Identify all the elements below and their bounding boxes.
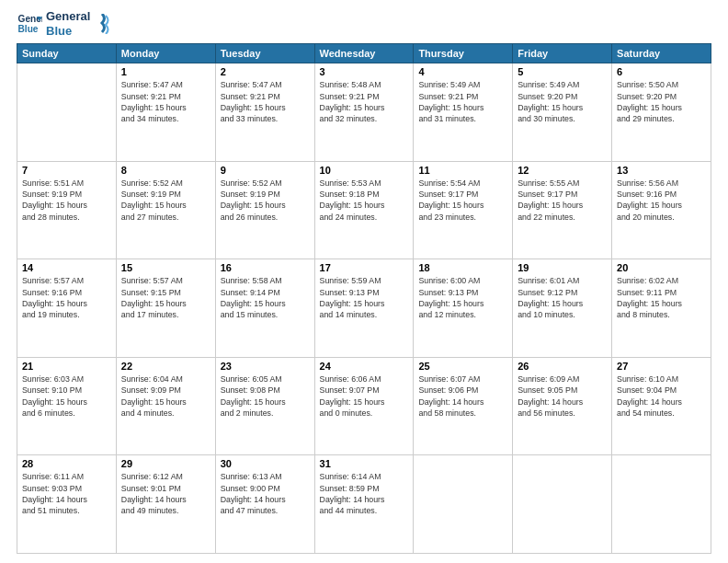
day-info: Sunrise: 5:49 AM Sunset: 9:20 PM Dayligh… [518,79,607,124]
day-info: Sunrise: 6:06 AM Sunset: 9:07 PM Dayligh… [320,373,409,419]
calendar-cell: 21Sunrise: 6:03 AM Sunset: 9:10 PM Dayli… [17,357,117,455]
day-info: Sunrise: 5:47 AM Sunset: 9:21 PM Dayligh… [121,79,210,124]
day-info: Sunrise: 5:53 AM Sunset: 9:18 PM Dayligh… [320,178,409,223]
day-number: 21 [22,361,111,372]
calendar-cell: 3Sunrise: 5:48 AM Sunset: 9:21 PM Daylig… [314,63,414,162]
day-info: Sunrise: 6:00 AM Sunset: 9:13 PM Dayligh… [418,275,507,320]
calendar-week-row: 7Sunrise: 5:51 AM Sunset: 9:19 PM Daylig… [17,161,711,259]
day-number: 12 [518,165,607,176]
day-number: 10 [320,165,409,176]
day-number: 31 [320,458,409,469]
day-number: 5 [518,66,607,77]
logo-general: General [46,9,90,24]
calendar-week-row: 14Sunrise: 5:57 AM Sunset: 9:16 PM Dayli… [17,259,711,358]
calendar-cell: 29Sunrise: 6:12 AM Sunset: 9:01 PM Dayli… [116,455,215,554]
calendar-week-row: 1Sunrise: 5:47 AM Sunset: 9:21 PM Daylig… [17,63,711,162]
day-number: 20 [617,262,706,273]
day-info: Sunrise: 5:59 AM Sunset: 9:13 PM Dayligh… [320,275,409,320]
calendar-header-saturday: Saturday [612,44,711,63]
day-number: 13 [617,165,706,176]
day-number: 18 [418,262,507,273]
day-info: Sunrise: 5:47 AM Sunset: 9:21 PM Dayligh… [221,79,310,124]
day-number: 26 [518,361,607,372]
day-info: Sunrise: 5:50 AM Sunset: 9:20 PM Dayligh… [617,79,706,124]
day-number: 27 [617,361,706,372]
day-info: Sunrise: 5:55 AM Sunset: 9:17 PM Dayligh… [518,178,607,223]
day-info: Sunrise: 6:12 AM Sunset: 9:01 PM Dayligh… [121,471,210,516]
day-info: Sunrise: 6:09 AM Sunset: 9:05 PM Dayligh… [518,373,607,419]
calendar-cell: 30Sunrise: 6:13 AM Sunset: 9:00 PM Dayli… [215,455,314,554]
day-info: Sunrise: 5:54 AM Sunset: 9:17 PM Dayligh… [418,178,507,223]
header: General Blue General Blue [17,9,711,38]
day-info: Sunrise: 6:07 AM Sunset: 9:06 PM Dayligh… [418,373,507,419]
calendar-cell: 23Sunrise: 6:05 AM Sunset: 9:08 PM Dayli… [215,357,314,455]
calendar-header-friday: Friday [513,44,612,63]
calendar-cell: 10Sunrise: 5:53 AM Sunset: 9:18 PM Dayli… [314,161,414,259]
day-number: 22 [121,361,210,372]
day-number: 25 [418,361,507,372]
day-number: 15 [121,262,210,273]
calendar-cell: 1Sunrise: 5:47 AM Sunset: 9:21 PM Daylig… [116,63,215,162]
day-number: 14 [22,262,111,273]
day-info: Sunrise: 6:11 AM Sunset: 9:03 PM Dayligh… [22,471,111,516]
day-info: Sunrise: 5:48 AM Sunset: 9:21 PM Dayligh… [320,79,409,124]
day-number: 3 [320,66,409,77]
day-number: 6 [617,66,706,77]
calendar-cell: 31Sunrise: 6:14 AM Sunset: 8:59 PM Dayli… [314,455,414,554]
day-number: 28 [22,458,111,469]
calendar-cell: 8Sunrise: 5:52 AM Sunset: 9:19 PM Daylig… [116,161,215,259]
day-info: Sunrise: 6:14 AM Sunset: 8:59 PM Dayligh… [320,471,409,516]
calendar-cell: 27Sunrise: 6:10 AM Sunset: 9:04 PM Dayli… [612,357,711,455]
day-number: 19 [518,262,607,273]
calendar-cell: 6Sunrise: 5:50 AM Sunset: 9:20 PM Daylig… [612,63,711,162]
calendar-header-tuesday: Tuesday [215,44,314,63]
day-number: 8 [121,165,210,176]
day-info: Sunrise: 5:56 AM Sunset: 9:16 PM Dayligh… [617,178,706,223]
day-info: Sunrise: 6:10 AM Sunset: 9:04 PM Dayligh… [617,373,706,419]
calendar-cell: 2Sunrise: 5:47 AM Sunset: 9:21 PM Daylig… [215,63,314,162]
logo-blue: Blue [46,24,90,39]
svg-text:Blue: Blue [18,23,39,33]
day-number: 1 [121,66,210,77]
day-info: Sunrise: 6:05 AM Sunset: 9:08 PM Dayligh… [221,373,310,419]
calendar-cell: 7Sunrise: 5:51 AM Sunset: 9:19 PM Daylig… [17,161,117,259]
day-number: 7 [22,165,111,176]
calendar-cell: 13Sunrise: 5:56 AM Sunset: 9:16 PM Dayli… [612,161,711,259]
calendar-cell [612,455,711,554]
calendar-cell: 9Sunrise: 5:52 AM Sunset: 9:19 PM Daylig… [215,161,314,259]
calendar-cell: 12Sunrise: 5:55 AM Sunset: 9:17 PM Dayli… [513,161,612,259]
day-info: Sunrise: 5:51 AM Sunset: 9:19 PM Dayligh… [22,178,111,223]
day-info: Sunrise: 6:04 AM Sunset: 9:09 PM Dayligh… [121,373,210,419]
logo-icon: General Blue [17,11,42,37]
day-number: 16 [221,262,310,273]
day-number: 29 [121,458,210,469]
day-number: 24 [320,361,409,372]
calendar-cell: 4Sunrise: 5:49 AM Sunset: 9:21 PM Daylig… [414,63,513,162]
calendar-cell: 16Sunrise: 5:58 AM Sunset: 9:14 PM Dayli… [215,259,314,358]
calendar-header-wednesday: Wednesday [314,44,414,63]
day-number: 11 [418,165,507,176]
day-info: Sunrise: 6:01 AM Sunset: 9:12 PM Dayligh… [518,275,607,320]
calendar-cell: 20Sunrise: 6:02 AM Sunset: 9:11 PM Dayli… [612,259,711,358]
calendar-cell: 25Sunrise: 6:07 AM Sunset: 9:06 PM Dayli… [414,357,513,455]
calendar-cell: 5Sunrise: 5:49 AM Sunset: 9:20 PM Daylig… [513,63,612,162]
logo: General Blue General Blue [17,9,110,38]
day-info: Sunrise: 5:57 AM Sunset: 9:15 PM Dayligh… [121,275,210,320]
day-info: Sunrise: 5:52 AM Sunset: 9:19 PM Dayligh… [221,178,310,223]
calendar-cell: 14Sunrise: 5:57 AM Sunset: 9:16 PM Dayli… [17,259,117,358]
calendar-header-row: SundayMondayTuesdayWednesdayThursdayFrid… [17,44,711,63]
day-info: Sunrise: 6:13 AM Sunset: 9:00 PM Dayligh… [221,471,310,516]
day-number: 4 [418,66,507,77]
calendar-table: SundayMondayTuesdayWednesdayThursdayFrid… [17,43,711,554]
day-info: Sunrise: 5:52 AM Sunset: 9:19 PM Dayligh… [121,178,210,223]
calendar-cell: 24Sunrise: 6:06 AM Sunset: 9:07 PM Dayli… [314,357,414,455]
day-info: Sunrise: 6:03 AM Sunset: 9:10 PM Dayligh… [22,373,111,419]
calendar-cell [17,63,117,162]
calendar-cell: 28Sunrise: 6:11 AM Sunset: 9:03 PM Dayli… [17,455,117,554]
day-info: Sunrise: 5:57 AM Sunset: 9:16 PM Dayligh… [22,275,111,320]
calendar-cell: 26Sunrise: 6:09 AM Sunset: 9:05 PM Dayli… [513,357,612,455]
calendar-week-row: 28Sunrise: 6:11 AM Sunset: 9:03 PM Dayli… [17,455,711,554]
day-number: 23 [221,361,310,372]
calendar-header-thursday: Thursday [414,44,513,63]
calendar-cell [414,455,513,554]
